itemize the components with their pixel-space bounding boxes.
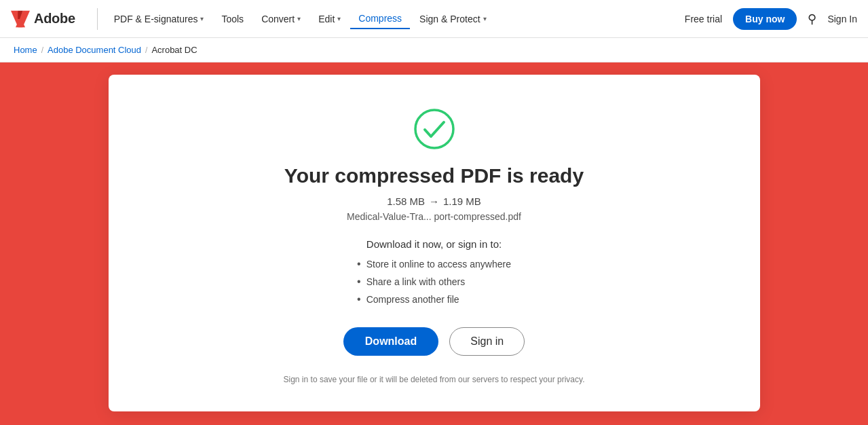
breadcrumb-sep-1: / bbox=[41, 45, 43, 55]
nav-divider bbox=[97, 8, 98, 30]
breadcrumb-sep-2: / bbox=[145, 45, 147, 55]
card-signin-button[interactable]: Sign in bbox=[449, 327, 525, 356]
navbar: Adobe PDF & E-signatures ▾ Tools Convert… bbox=[0, 0, 868, 38]
svg-point-0 bbox=[415, 110, 453, 148]
nav-edit[interactable]: Edit ▾ bbox=[310, 10, 349, 29]
privacy-note: Sign in to save your file or it will be … bbox=[284, 375, 585, 384]
breadcrumb: Home / Adobe Document Cloud / Acrobat DC bbox=[0, 38, 868, 62]
pdf-esig-chevron: ▾ bbox=[200, 15, 204, 22]
nav-pdf-esig[interactable]: PDF & E-signatures ▾ bbox=[106, 10, 212, 29]
list-item-compress: Compress another file bbox=[357, 291, 511, 308]
card-filename: Medical-Value-Tra... port-compressed.pdf bbox=[347, 211, 521, 222]
free-trial-link[interactable]: Free trial bbox=[685, 14, 722, 24]
nav-tools[interactable]: Tools bbox=[213, 10, 252, 29]
download-button[interactable]: Download bbox=[343, 327, 438, 356]
card-size-info: 1.58 MB → 1.19 MB bbox=[387, 196, 481, 207]
size-arrow: → bbox=[429, 196, 439, 207]
sign-protect-chevron: ▾ bbox=[483, 15, 487, 22]
nav-compress[interactable]: Compress bbox=[350, 9, 410, 29]
buy-now-button[interactable]: Buy now bbox=[733, 8, 797, 30]
breadcrumb-adobe-doc-cloud[interactable]: Adobe Document Cloud bbox=[48, 45, 141, 55]
nav-right: Free trial Buy now ⚲ Sign In bbox=[685, 8, 857, 30]
list-item-share: Share a link with others bbox=[357, 273, 511, 291]
adobe-logo[interactable]: Adobe bbox=[11, 10, 75, 29]
sign-in-link[interactable]: Sign In bbox=[827, 14, 857, 24]
nav-convert[interactable]: Convert ▾ bbox=[253, 10, 309, 29]
card-prompt: Download it now, or sign in to: bbox=[366, 238, 502, 250]
convert-chevron: ▾ bbox=[297, 15, 301, 22]
success-check-icon bbox=[413, 107, 456, 151]
card-actions: Download Sign in bbox=[343, 327, 525, 356]
adobe-logo-text: Adobe bbox=[34, 11, 75, 26]
card-feature-list: Store it online to access anywhere Share… bbox=[357, 255, 511, 308]
adobe-logo-icon bbox=[11, 10, 30, 29]
size-from: 1.58 MB bbox=[387, 196, 425, 207]
breadcrumb-acrobat-dc: Acrobat DC bbox=[151, 45, 197, 55]
nav-items: PDF & E-signatures ▾ Tools Convert ▾ Edi… bbox=[106, 9, 685, 29]
list-item-store: Store it online to access anywhere bbox=[357, 255, 511, 273]
search-icon[interactable]: ⚲ bbox=[808, 12, 816, 26]
card-title: Your compressed PDF is ready bbox=[284, 164, 584, 187]
edit-chevron: ▾ bbox=[337, 15, 341, 22]
size-to: 1.19 MB bbox=[443, 196, 481, 207]
main-background: Your compressed PDF is ready 1.58 MB → 1… bbox=[0, 62, 868, 424]
nav-sign-protect[interactable]: Sign & Protect ▾ bbox=[411, 10, 495, 29]
breadcrumb-home[interactable]: Home bbox=[14, 45, 37, 55]
result-card: Your compressed PDF is ready 1.58 MB → 1… bbox=[109, 75, 760, 411]
